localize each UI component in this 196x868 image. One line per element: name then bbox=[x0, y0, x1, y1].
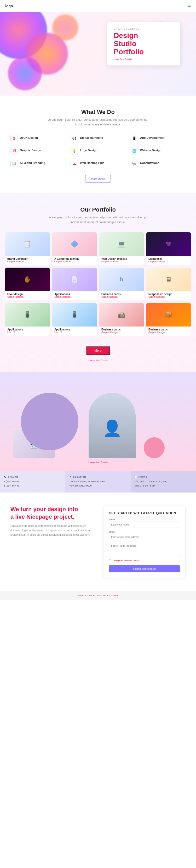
portfolio-icon-8: 🖥 bbox=[165, 276, 172, 283]
service-app: 📱 App Development bbox=[131, 134, 186, 142]
portfolio-icon-7: b bbox=[120, 277, 123, 282]
digital-icon: 📢 bbox=[71, 134, 78, 142]
person-image: 👤 bbox=[89, 393, 135, 458]
portfolio-info-9: Applications UI / UX bbox=[5, 327, 50, 336]
portfolio-name-7: Business cards bbox=[102, 293, 142, 296]
more-button[interactable]: More bbox=[86, 346, 110, 355]
portfolio-info-10: Applications UI / UX bbox=[52, 327, 97, 336]
portfolio-item-9[interactable]: 📱 Applications UI / UX bbox=[5, 303, 50, 336]
portfolio-thumb-4: 💜 bbox=[146, 232, 191, 256]
call-us-box: 📞 CALL US 1 (234) 567-891 1 (234) 567-43… bbox=[0, 471, 65, 493]
hero-section: CREATIVE AGENCY Design Studio Portfolio … bbox=[0, 12, 196, 96]
pink-circle bbox=[144, 437, 165, 458]
portfolio-item-6[interactable]: 📄 Applications Graphic Design bbox=[52, 268, 97, 300]
hero-blob-4 bbox=[52, 14, 78, 40]
portfolio-thumb-7: b bbox=[99, 268, 144, 291]
person-icon: 👤 bbox=[103, 419, 122, 437]
portfolio-item-5[interactable]: ✋ Flyer design Graphic Design bbox=[5, 268, 50, 300]
logo-label: Logo Design bbox=[80, 147, 97, 152]
portfolio-info-5: Flyer design Graphic Design bbox=[5, 291, 50, 300]
portfolio-item-1[interactable]: 📋 Brand Campaign Graphic Design bbox=[5, 232, 50, 265]
service-seo: 📊 SEO and Branding bbox=[10, 160, 65, 167]
message-input[interactable] bbox=[109, 543, 180, 556]
portfolio-icon-9: 📱 bbox=[24, 311, 31, 318]
portfolio-item-3[interactable]: 💻 Web Design Website Graphic Design bbox=[99, 232, 144, 265]
portfolio-item-2[interactable]: 🔷 A Corporate Identity Graphic Design bbox=[52, 232, 97, 265]
hero-image-credit: Image from Freepik bbox=[114, 58, 174, 60]
footer-note: Sample text. Click to select the Text El… bbox=[0, 591, 196, 599]
terms-checkbox[interactable] bbox=[109, 560, 111, 562]
menu-icon[interactable]: ≡ bbox=[188, 3, 191, 9]
service-website: 🌐 Website Design bbox=[131, 147, 186, 154]
header: logo ≡ bbox=[0, 0, 196, 12]
form-title: GET STARTED WITH A FREE QUOTATION bbox=[109, 511, 180, 515]
portfolio-item-7[interactable]: b Business cards Graphic Design bbox=[99, 268, 144, 300]
hours-label: 🕐 HOURS bbox=[134, 476, 192, 478]
hours-box: 🕐 HOURS Mon - Fri ... 11 am - 8 pm; Sat,… bbox=[131, 471, 196, 493]
hosting-label: Web Hosting Plus bbox=[80, 160, 104, 164]
seo-label: SEO and Branding bbox=[20, 160, 45, 164]
portfolio-thumb-2: 🔷 bbox=[52, 232, 97, 256]
portfolio-name-3: Web Design Website bbox=[102, 257, 142, 260]
email-input[interactable] bbox=[109, 534, 180, 540]
portfolio-title: Our Portfolio bbox=[5, 206, 191, 213]
learn-more-button[interactable]: learn more bbox=[85, 175, 111, 183]
portfolio-thumb-5: ✋ bbox=[5, 268, 50, 291]
portfolio-icon-1: 📋 bbox=[24, 240, 31, 248]
graphic-icon: 🖼 bbox=[10, 147, 18, 154]
portfolio-icon-6: 📄 bbox=[71, 276, 78, 283]
portfolio-thumb-8: 🖥 bbox=[146, 268, 191, 291]
name-input[interactable] bbox=[109, 522, 180, 528]
bottom-left: We turn your design into a live Nicepage… bbox=[10, 506, 93, 578]
portfolio-name-9: Applications bbox=[7, 328, 47, 331]
portfolio-item-4[interactable]: 💜 Lightboxes Graphic Design bbox=[146, 232, 191, 265]
portfolio-info-8: Responsive design Graphic Design bbox=[146, 291, 191, 300]
portfolio-cat-3: Graphic Design bbox=[102, 260, 142, 263]
portfolio-cat-7: Graphic Design bbox=[102, 296, 142, 298]
logo-icon: 💡 bbox=[71, 147, 78, 154]
quote-form: GET STARTED WITH A FREE QUOTATION Name E… bbox=[103, 506, 186, 578]
portfolio-thumb-6: 📄 bbox=[52, 268, 97, 291]
portfolio-thumb-10: 📱 bbox=[52, 303, 97, 327]
logo: logo bbox=[5, 4, 13, 8]
call-us-text: 1 (234) 567-891 1 (234) 567-434 bbox=[4, 480, 62, 488]
portfolio-cat-4: Graphic Design bbox=[149, 260, 189, 263]
website-label: Website Design bbox=[140, 147, 161, 152]
portfolio-icon-5: ✋ bbox=[24, 276, 31, 283]
hosting-icon: ☁ bbox=[71, 160, 78, 167]
portfolio-info-3: Web Design Website Graphic Design bbox=[99, 256, 144, 265]
portfolio-info-7: Business cards Graphic Design bbox=[99, 291, 144, 300]
hero-title: Design Studio Portfolio bbox=[114, 32, 174, 56]
portfolio-image-credit: Images from Freepik bbox=[5, 359, 191, 361]
service-consult: 💬 Consultations bbox=[131, 160, 186, 167]
what-we-do-section: What We Do Lorem ipsum dolor sit amet, c… bbox=[0, 96, 196, 193]
portfolio-info-6: Applications Graphic Design bbox=[52, 291, 97, 300]
digital-label: Digital Marketing bbox=[80, 134, 103, 139]
app-icon: 📱 bbox=[131, 134, 138, 142]
email-label: Email bbox=[109, 530, 180, 533]
location-text: 121 Rock Street, 21 Avenue, New York, NY… bbox=[69, 480, 127, 488]
portfolio-cat-6: Graphic Design bbox=[54, 296, 94, 298]
portfolio-item-12[interactable]: 📦 Business cards Graphic Design bbox=[146, 303, 191, 336]
portfolio-icon-12: 📦 bbox=[165, 311, 172, 318]
clock-icon: 🕐 bbox=[134, 476, 138, 478]
portfolio-info-2: A Corporate Identity Graphic Design bbox=[52, 256, 97, 265]
portfolio-item-8[interactable]: 🖥 Responsive design Graphic Design bbox=[146, 268, 191, 300]
phone-icon: 📞 bbox=[4, 476, 7, 478]
portfolio-name-12: Business cards bbox=[149, 328, 189, 331]
portfolio-item-10[interactable]: 📱 Applications UI / UX bbox=[52, 303, 97, 336]
checkbox-row: I accept the Terms of Service bbox=[109, 560, 180, 562]
portfolio-info-1: Brand Campaign Graphic Design bbox=[5, 256, 50, 265]
terms-link[interactable]: Terms of Service bbox=[124, 560, 140, 562]
portfolio-section: Our Portfolio Lorem ipsum dolor sit amet… bbox=[0, 193, 196, 372]
website-icon: 🌐 bbox=[131, 147, 138, 154]
portfolio-thumb-1: 📋 bbox=[5, 232, 50, 256]
service-uiux: ⊞ UI/UX Design bbox=[10, 134, 65, 142]
portfolio-item-11[interactable]: 📸 Business cards Graphic Design bbox=[99, 303, 144, 336]
portfolio-grid: 📋 Brand Campaign Graphic Design 🔷 A Corp… bbox=[5, 232, 191, 336]
call-us-label: 📞 CALL US bbox=[4, 476, 62, 478]
portfolio-icon-10: 📱 bbox=[71, 311, 78, 318]
seo-icon: 📊 bbox=[10, 160, 18, 167]
submit-button[interactable]: Submit your request bbox=[109, 565, 180, 572]
portfolio-name-11: Business cards bbox=[102, 328, 142, 331]
